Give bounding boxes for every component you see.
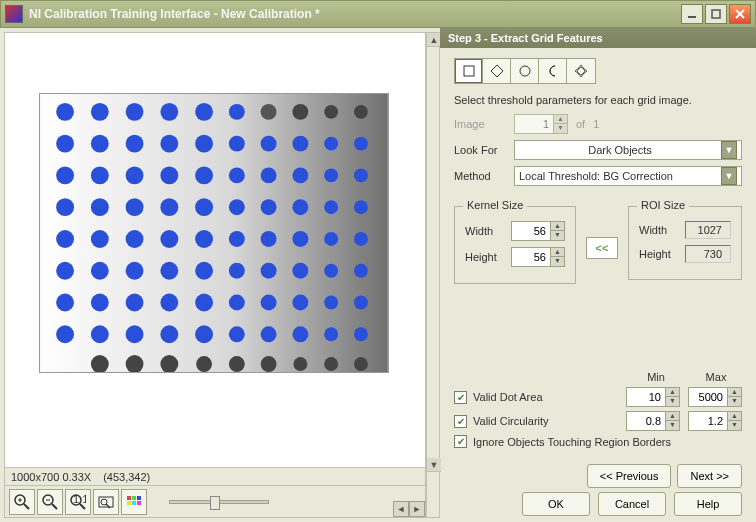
pane-vscroll[interactable]: ▲ ▼	[426, 32, 440, 518]
kernel-width-label: Width	[465, 225, 511, 237]
copy-roi-button[interactable]: <<	[586, 237, 618, 259]
spin-up-icon[interactable]: ▲	[550, 248, 564, 257]
svg-point-90	[261, 356, 277, 372]
svg-line-2	[736, 10, 744, 18]
spin-down-icon[interactable]: ▼	[727, 397, 741, 406]
valid-circularity-label: Valid Circularity	[473, 415, 626, 427]
svg-point-65	[56, 294, 74, 312]
shape-square-button[interactable]	[455, 59, 483, 83]
previous-button[interactable]: << Previous	[587, 464, 672, 488]
parameters-pane: Step 3 - Extract Grid Features Select th…	[440, 28, 756, 522]
hscroll-right-icon[interactable]: ►	[409, 501, 425, 517]
kernel-height-spinner[interactable]: ▲▼	[511, 247, 565, 267]
svg-point-62	[292, 263, 308, 279]
svg-line-99	[52, 504, 57, 509]
close-button[interactable]	[729, 4, 751, 24]
app-icon	[5, 5, 23, 23]
circ-min-input[interactable]	[627, 415, 665, 427]
svg-point-50	[229, 231, 245, 247]
spin-down-icon[interactable]: ▼	[727, 421, 741, 430]
spin-down-icon[interactable]: ▼	[550, 231, 564, 240]
roi-height-value: 730	[685, 245, 731, 263]
svg-point-19	[195, 135, 213, 153]
spin-down-icon[interactable]: ▼	[665, 421, 679, 430]
kernel-width-input[interactable]	[512, 225, 550, 237]
dot-min-input[interactable]	[627, 391, 665, 403]
svg-rect-111	[132, 501, 136, 505]
svg-line-3	[736, 10, 744, 18]
zoom-in-button[interactable]	[9, 489, 35, 515]
zoom-slider-thumb[interactable]	[210, 496, 220, 510]
spin-up-icon[interactable]: ▲	[727, 388, 741, 397]
dialog-buttons: OK Cancel Help	[522, 492, 742, 516]
hscroll-left-icon[interactable]: ◄	[393, 501, 409, 517]
method-value: Local Threshold: BG Correction	[519, 170, 721, 182]
svg-point-67	[126, 294, 144, 312]
shape-diamond-button[interactable]	[483, 59, 511, 83]
dot-min-spinner[interactable]: ▲▼	[626, 387, 680, 407]
svg-point-36	[91, 198, 109, 216]
spin-up-icon[interactable]: ▲	[553, 115, 567, 124]
method-select[interactable]: Local Threshold: BG Correction ▼	[514, 166, 742, 186]
svg-point-57	[126, 262, 144, 280]
spin-up-icon[interactable]: ▲	[665, 412, 679, 421]
svg-point-64	[354, 264, 368, 278]
image-index-spinner[interactable]: ▲▼	[514, 114, 568, 134]
kernel-width-spinner[interactable]: ▲▼	[511, 221, 565, 241]
dot-max-spinner[interactable]: ▲▼	[688, 387, 742, 407]
shape-star-button[interactable]	[567, 59, 595, 83]
svg-point-35	[56, 198, 74, 216]
calibration-image	[39, 93, 389, 373]
palette-button[interactable]	[121, 489, 147, 515]
zoom-actual-button[interactable]: 1:1	[65, 489, 91, 515]
kernel-height-input[interactable]	[512, 251, 550, 263]
help-button[interactable]: Help	[674, 492, 742, 516]
image-canvas[interactable]	[5, 33, 425, 467]
circ-max-input[interactable]	[689, 415, 727, 427]
spin-down-icon[interactable]: ▼	[665, 397, 679, 406]
vscroll-down-icon[interactable]: ▼	[427, 458, 441, 472]
maximize-button[interactable]	[705, 4, 727, 24]
circ-max-spinner[interactable]: ▲▼	[688, 411, 742, 431]
spin-down-icon[interactable]: ▼	[553, 124, 567, 133]
vscroll-up-icon[interactable]: ▲	[427, 33, 441, 47]
image-index-input[interactable]	[515, 118, 553, 130]
svg-rect-108	[132, 496, 136, 500]
svg-point-17	[126, 135, 144, 153]
spin-down-icon[interactable]: ▼	[550, 257, 564, 266]
svg-point-80	[229, 326, 245, 342]
shape-crescent-button[interactable]	[539, 59, 567, 83]
dot-max-input[interactable]	[689, 391, 727, 403]
svg-point-88	[196, 356, 212, 372]
ok-button[interactable]: OK	[522, 492, 590, 516]
circ-min-spinner[interactable]: ▲▼	[626, 411, 680, 431]
valid-dot-checkbox[interactable]: ✔	[454, 391, 467, 404]
min-header: Min	[630, 371, 682, 383]
titlebar: NI Calibration Training Interface - New …	[0, 0, 756, 28]
kernel-legend: Kernel Size	[463, 199, 527, 211]
next-button[interactable]: Next >>	[677, 464, 742, 488]
zoom-slider[interactable]	[169, 500, 269, 504]
svg-rect-107	[127, 496, 131, 500]
ignore-borders-checkbox[interactable]: ✔	[454, 435, 467, 448]
svg-point-52	[292, 231, 308, 247]
shape-circle-button[interactable]	[511, 59, 539, 83]
minimize-button[interactable]	[681, 4, 703, 24]
zoom-out-button[interactable]	[37, 489, 63, 515]
cancel-button[interactable]: Cancel	[598, 492, 666, 516]
look-for-select[interactable]: Dark Objects ▼	[514, 140, 742, 160]
svg-point-59	[195, 262, 213, 280]
svg-point-6	[91, 103, 109, 121]
max-header: Max	[690, 371, 742, 383]
svg-point-37	[126, 198, 144, 216]
valid-circularity-checkbox[interactable]: ✔	[454, 415, 467, 428]
zoom-fit-button[interactable]	[93, 489, 119, 515]
spin-up-icon[interactable]: ▲	[727, 412, 741, 421]
svg-point-44	[354, 200, 368, 214]
svg-point-74	[354, 296, 368, 310]
method-label: Method	[454, 170, 514, 182]
svg-point-42	[292, 199, 308, 215]
svg-point-83	[324, 327, 338, 341]
spin-up-icon[interactable]: ▲	[550, 222, 564, 231]
spin-up-icon[interactable]: ▲	[665, 388, 679, 397]
